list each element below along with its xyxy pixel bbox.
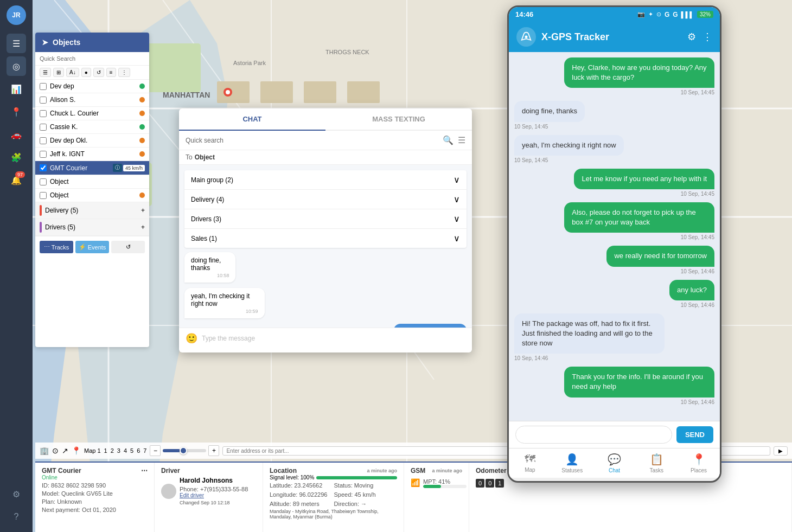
gsm-section: GSM a minute ago 📶 MPT: 41% <box>404 463 469 532</box>
group-label: Drivers (3) <box>191 215 454 223</box>
vehicle-payment: Next payment: Oct 01, 2020 <box>42 507 148 513</box>
zoom-out-button[interactable]: − <box>150 445 161 456</box>
sidebar-icon-stats[interactable]: 📊 <box>7 79 26 99</box>
expand-icon[interactable]: + <box>141 207 145 214</box>
page-2[interactable]: 2 <box>111 447 114 454</box>
sidebar-icon-map[interactable]: ◎ <box>7 56 26 76</box>
circle-icon[interactable]: ⊙ <box>52 446 59 455</box>
chat-messages-area[interactable]: Main group (2) ∨ Delivery (4) ∨ Drivers … <box>179 165 472 328</box>
page-3[interactable]: 3 <box>117 447 120 454</box>
obj-item-gmt[interactable]: GMT Courier ⓘ 45 km/h <box>35 161 149 175</box>
expand-icon[interactable]: + <box>141 223 145 231</box>
sidebar-icon-menu[interactable]: ☰ <box>7 34 26 53</box>
obj-checkbox[interactable] <box>40 164 47 171</box>
obj-checkbox[interactable] <box>40 124 47 131</box>
toolbar-btn-grid[interactable]: ⊞ <box>53 68 64 77</box>
tab-chat[interactable]: CHAT <box>179 108 325 131</box>
obj-item-chuck[interactable]: Chuck L. Courier <box>35 107 149 120</box>
toolbar-btn-dot[interactable]: ● <box>81 68 91 77</box>
events-button[interactable]: ⚡ Events <box>75 241 109 253</box>
obj-item-object2[interactable]: Object <box>35 189 149 202</box>
edit-driver-link[interactable]: Edit driver <box>180 492 248 498</box>
obj-checkbox[interactable] <box>40 83 47 90</box>
gear-icon[interactable]: ⚙ <box>687 31 696 43</box>
message-text: doing fine, thanks <box>191 257 221 272</box>
refresh-button[interactable]: ↺ <box>111 241 145 253</box>
obj-group-drivers[interactable]: Drivers (5) + <box>35 219 149 236</box>
page-4[interactable]: 4 <box>124 447 127 454</box>
tracks-icon: ⋯ <box>44 243 50 251</box>
toolbar-btn-az[interactable]: A↓ <box>66 68 79 77</box>
obj-group-delivery[interactable]: Delivery (5) + <box>35 202 149 219</box>
obj-checkbox[interactable] <box>40 151 47 158</box>
go-button[interactable]: ▶ <box>774 446 788 456</box>
obj-item-cassie[interactable]: Cassie K. <box>35 120 149 134</box>
objects-nav-icon: ➤ <box>42 38 48 47</box>
obj-checkbox[interactable] <box>40 110 47 117</box>
page-7[interactable]: 7 <box>143 447 146 454</box>
toolbar-btn-filter[interactable]: ≡ <box>106 68 116 77</box>
chat-tabs: CHAT MASS TEXTING <box>179 108 472 131</box>
mobile-nav-chat[interactable]: 💬 Chat <box>593 448 636 478</box>
building-icon[interactable]: 🏢 <box>40 446 49 455</box>
sidebar-icon-plugins[interactable]: 🧩 <box>7 148 26 167</box>
share-icon[interactable]: ↗ <box>62 446 68 455</box>
obj-item-object1[interactable]: Object <box>35 175 149 189</box>
objects-title: Objects <box>53 38 80 47</box>
obj-item-alison[interactable]: Alison S. <box>35 93 149 107</box>
obj-status-dot <box>139 84 145 89</box>
user-avatar[interactable]: JR <box>7 5 26 25</box>
obj-item-devdep[interactable]: Dev dep <box>35 80 149 93</box>
group-item-main[interactable]: Main group (2) ∨ <box>184 170 467 190</box>
sidebar-icon-settings[interactable]: ⚙ <box>7 484 26 504</box>
obj-checkbox[interactable] <box>40 97 47 104</box>
tracks-button[interactable]: ⋯ Tracks <box>40 241 73 253</box>
tasks-nav-label: Tasks <box>650 467 664 473</box>
obj-item-jeff[interactable]: Jeff k. IGNT <box>35 148 149 161</box>
obj-item-devdepokl[interactable]: Dev dep Okl. <box>35 134 149 148</box>
signal-bar: Signal level: 100% <box>270 475 397 480</box>
chat-text-input[interactable] <box>202 335 465 342</box>
signal-label: Signal level: 100% <box>270 475 314 480</box>
sidebar-icon-vehicles[interactable]: 🚗 <box>7 125 26 144</box>
page-1[interactable]: 1 <box>104 447 107 454</box>
page-6[interactable]: 6 <box>137 447 140 454</box>
mobile-nav-tasks[interactable]: 📋 Tasks <box>635 448 678 478</box>
group-item-delivery[interactable]: Delivery (4) ∨ <box>184 190 467 209</box>
mobile-msg-received-3: Hi! The package was off, had to fix it f… <box>514 313 714 362</box>
zoom-slider[interactable] <box>163 449 206 452</box>
sidebar-icon-location[interactable]: 📍 <box>7 102 26 121</box>
zoom-in-button[interactable]: + <box>208 445 219 456</box>
vehicle-name: GMT Courier <box>42 467 81 475</box>
mobile-timestamp: 10 Sep, 14:45 <box>681 191 714 197</box>
mobile-nav-statuses[interactable]: 👤 Statuses <box>551 448 593 478</box>
toolbar-btn-options[interactable]: ⋮ <box>118 68 130 77</box>
mobile-chat-input[interactable] <box>515 426 672 444</box>
mobile-nav-map[interactable]: 🗺 Map <box>509 448 551 478</box>
obj-checkbox[interactable] <box>40 192 47 199</box>
marker-icon[interactable]: 📍 <box>72 446 81 455</box>
page-5[interactable]: 5 <box>130 447 133 454</box>
obj-checkbox[interactable] <box>40 137 47 144</box>
mobile-nav-places[interactable]: 📍 Places <box>678 448 720 478</box>
search-icon[interactable]: 🔍 <box>443 135 454 145</box>
group-color-bar <box>40 222 42 233</box>
list-icon[interactable]: ☰ <box>458 135 465 145</box>
obj-checkbox[interactable] <box>40 178 47 185</box>
mobile-msg-sent-3: Also, please do not forget to pick up th… <box>514 202 714 240</box>
group-item-sales[interactable]: Sales (1) ∨ <box>184 229 467 248</box>
sidebar-icon-help[interactable]: ? <box>7 507 26 527</box>
mobile-send-button[interactable]: SEND <box>676 426 713 443</box>
svg-rect-15 <box>347 81 380 103</box>
mobile-chat-area[interactable]: Hey, Clarke, how are you doing today? An… <box>509 52 720 421</box>
toolbar-btn-reload[interactable]: ↺ <box>93 68 104 77</box>
more-vert-icon[interactable]: ⋮ <box>702 31 712 43</box>
emoji-icon[interactable]: 🙂 <box>186 332 197 344</box>
sidebar-icon-notifications[interactable]: 🔔97 <box>7 170 26 190</box>
objects-panel: ➤ Objects Quick Search ☰ ⊞ A↓ ● ↺ ≡ ⋮ De… <box>35 33 149 347</box>
more-options-icon[interactable]: ⋯ <box>141 467 148 475</box>
tab-mass-texting[interactable]: MASS TEXTING <box>325 108 472 130</box>
zoom-controls: − + <box>150 445 219 456</box>
group-item-drivers[interactable]: Drivers (3) ∨ <box>184 209 467 229</box>
toolbar-btn-list[interactable]: ☰ <box>40 68 51 77</box>
